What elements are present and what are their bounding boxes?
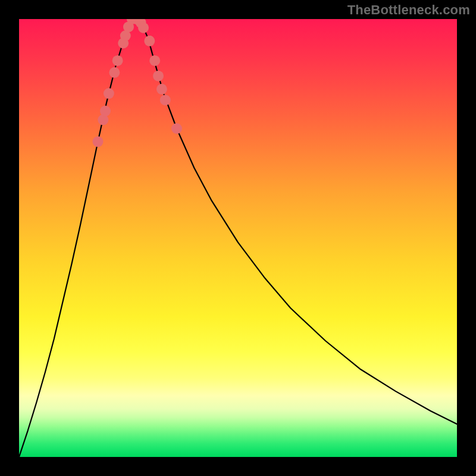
data-point bbox=[138, 23, 149, 33]
chart-frame: TheBottleneck.com bbox=[0, 0, 476, 476]
data-point bbox=[144, 36, 155, 46]
data-point bbox=[112, 55, 123, 66]
watermark-text: TheBottleneck.com bbox=[347, 2, 470, 18]
data-point bbox=[100, 106, 111, 117]
data-point bbox=[109, 67, 120, 78]
plot-area bbox=[19, 19, 457, 457]
data-points bbox=[93, 19, 183, 147]
data-point bbox=[93, 136, 104, 147]
data-point bbox=[156, 84, 167, 95]
curve-path bbox=[19, 19, 457, 457]
chart-svg bbox=[19, 19, 457, 457]
data-point bbox=[171, 123, 182, 134]
data-point bbox=[160, 95, 171, 105]
data-point bbox=[104, 88, 114, 99]
data-point bbox=[153, 71, 164, 82]
data-point bbox=[149, 55, 160, 66]
